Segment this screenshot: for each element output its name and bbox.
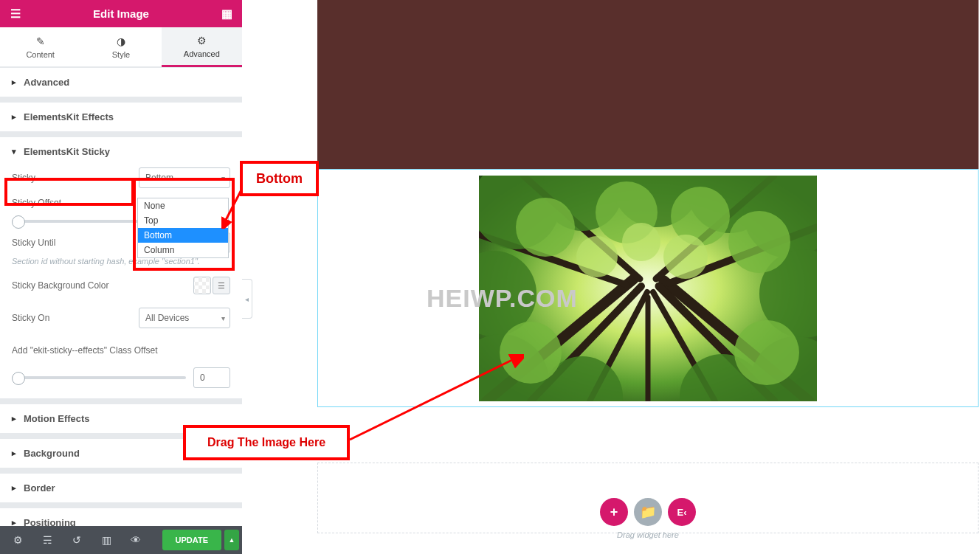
panel-grid-button[interactable]: ▦	[211, 0, 242, 27]
caret-up-icon: ▲	[229, 536, 235, 544]
global-color-button[interactable]: ☰	[213, 277, 230, 294]
panel-tabs: ✎ Content ◑ Style ⚙ Advanced	[0, 27, 242, 67]
svg-point-17	[734, 320, 799, 385]
control-sticky: Sticky Bottom ▾	[12, 165, 230, 190]
chevron-left-icon: ◂	[245, 295, 249, 303]
sticky-on-select[interactable]: All Devices ▾	[139, 308, 230, 328]
tab-content[interactable]: ✎ Content	[0, 27, 80, 67]
control-sticky-bg: Sticky Background Color ☰	[12, 273, 230, 298]
section-border[interactable]: ▸ Border	[0, 473, 242, 503]
caret-right-icon: ▸	[12, 414, 16, 423]
svg-point-18	[576, 236, 618, 277]
svg-point-12	[516, 198, 575, 257]
chevron-down-icon: ▾	[221, 314, 225, 322]
elementor-panel: ☰ Edit Image ▦ ✎ Content ◑ Style ⚙ Advan…	[0, 0, 242, 554]
class-offset-slider[interactable]	[12, 376, 186, 379]
section-motion-effects[interactable]: ▸ Motion Effects	[0, 404, 242, 434]
update-options-button[interactable]: ▲	[224, 530, 239, 550]
tab-style[interactable]: ◑ Style	[80, 27, 161, 67]
tab-label: Advanced	[184, 49, 220, 58]
panel-collapse-handle[interactable]: ◂	[242, 279, 252, 319]
control-label: Add "ekit-sticky--effects" Class Offset	[12, 345, 230, 356]
color-picker-button[interactable]	[193, 277, 211, 294]
section-label: ElementsKit Sticky	[24, 146, 110, 157]
svg-point-16	[500, 322, 562, 384]
control-label: Sticky Background Color	[12, 280, 193, 291]
sticky-option-column[interactable]: Column	[138, 243, 228, 257]
control-class-offset: Add "ekit-sticky--effects" Class Offset	[12, 338, 230, 363]
section-background[interactable]: ▸ Background	[0, 438, 242, 468]
panel-title: Edit Image	[93, 7, 149, 20]
gear-icon: ⚙	[197, 35, 207, 46]
footer-history-button[interactable]: ↺	[62, 526, 92, 554]
svg-point-19	[663, 235, 708, 279]
contrast-icon: ◑	[117, 35, 125, 47]
add-template-button[interactable]: 📁	[634, 498, 662, 526]
select-value: All Devices	[145, 313, 189, 323]
section-ekit-effects[interactable]: ▸ ElementsKit Effects	[0, 102, 242, 132]
history-icon: ↺	[72, 534, 81, 546]
tab-label: Style	[112, 50, 130, 59]
footer-settings-button[interactable]: ⚙	[3, 526, 32, 554]
panel-menu-button[interactable]: ☰	[0, 0, 31, 27]
image-section[interactable]	[317, 169, 979, 407]
section-positioning[interactable]: ▸ Positioning	[0, 508, 242, 526]
add-section-button[interactable]: +	[600, 498, 628, 526]
add-section-controls: + 📁 E‹ Drag widget here	[317, 498, 979, 539]
footer-preview-button[interactable]: 👁	[121, 526, 151, 554]
caret-down-icon: ▾	[12, 147, 16, 156]
ekit-button[interactable]: E‹	[668, 498, 696, 526]
svg-point-20	[622, 223, 660, 261]
control-label: Sticky Until	[12, 238, 139, 248]
plus-icon: +	[610, 505, 618, 520]
control-label: Sticky On	[12, 313, 139, 323]
panel-header: ☰ Edit Image ▦	[0, 0, 242, 27]
sticky-dropdown: None Top Bottom Column	[137, 198, 229, 258]
chevron-down-icon: ▾	[221, 174, 225, 182]
select-value: Bottom	[145, 173, 173, 183]
eye-icon: 👁	[131, 534, 141, 546]
footer-responsive-button[interactable]: ▥	[92, 526, 121, 554]
sticky-option-none[interactable]: None	[138, 198, 228, 213]
section-label: Positioning	[24, 517, 76, 526]
tab-label: Content	[26, 50, 55, 59]
svg-point-15	[728, 211, 790, 273]
section-advanced[interactable]: ▸ Advanced	[0, 67, 242, 97]
grid-icon: ▦	[221, 7, 232, 21]
footer-navigator-button[interactable]: ☴	[32, 526, 62, 554]
section-label: Advanced	[24, 77, 69, 88]
monitor-icon: ▥	[102, 534, 111, 546]
section-label: Border	[24, 482, 55, 494]
gear-icon: ⚙	[13, 534, 23, 546]
class-offset-input[interactable]	[193, 367, 230, 388]
hero-section[interactable]	[317, 0, 979, 169]
section-label: ElementsKit Effects	[24, 111, 114, 122]
sticky-option-bottom[interactable]: Bottom	[138, 228, 228, 243]
caret-right-icon: ▸	[12, 77, 16, 87]
panel-footer: ⚙ ☴ ↺ ▥ 👁 UPDATE ▲	[0, 526, 242, 554]
section-label: Background	[24, 448, 80, 459]
folder-icon: 📁	[640, 504, 656, 520]
sticky-select[interactable]: Bottom ▾	[139, 167, 230, 188]
panel-sections[interactable]: ▸ Advanced ▸ ElementsKit Effects ▾ Eleme…	[0, 67, 242, 526]
pencil-icon: ✎	[36, 35, 45, 47]
caret-right-icon: ▸	[12, 112, 16, 122]
control-sticky-on: Sticky On All Devices ▾	[12, 305, 230, 330]
drag-widget-hint: Drag widget here	[617, 530, 679, 539]
control-label: Sticky	[12, 173, 139, 183]
caret-right-icon: ▸	[12, 483, 16, 493]
tab-advanced[interactable]: ⚙ Advanced	[162, 27, 242, 67]
image-widget[interactable]	[479, 176, 817, 401]
update-button[interactable]: UPDATE	[162, 530, 221, 550]
caret-right-icon: ▸	[12, 518, 16, 526]
hamburger-icon: ☰	[10, 7, 21, 21]
section-label: Motion Effects	[24, 413, 90, 424]
editor-canvas: HEIWP.COM + 📁 E‹ Drag widget here	[242, 0, 980, 554]
layers-icon: ☴	[43, 534, 52, 546]
ekit-icon: E‹	[677, 507, 687, 518]
sticky-option-top[interactable]: Top	[138, 213, 228, 228]
caret-right-icon: ▸	[12, 449, 16, 458]
